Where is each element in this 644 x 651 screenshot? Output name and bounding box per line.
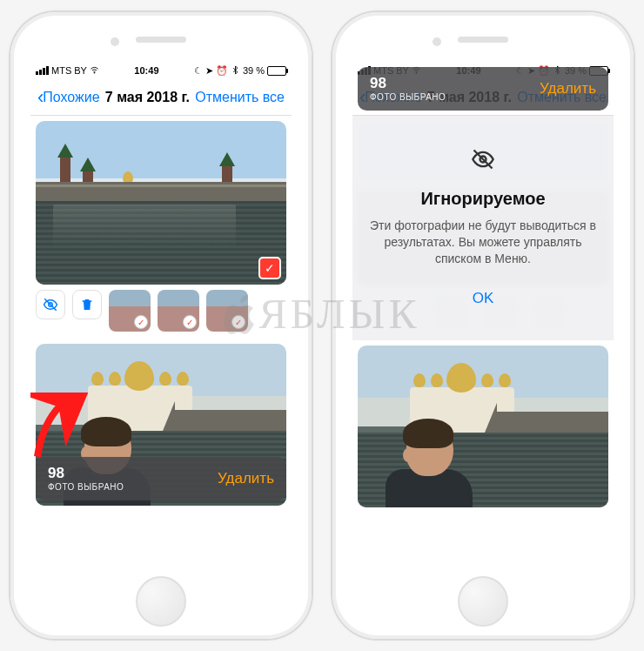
ignore-button[interactable] [36, 290, 65, 319]
dnd-moon-icon: ☾ [194, 65, 203, 77]
back-button[interactable]: ‹ Похожие [37, 88, 100, 107]
phone-right: MTS BY 10:49 ☾ ➤ ⏰ 39 % [322, 0, 644, 651]
trash-button[interactable] [72, 290, 102, 319]
back-label: Похожие [43, 90, 99, 105]
device-frame: MTS BY 10:49 ☾ ➤ ⏰ 39 % [10, 12, 312, 639]
status-bar: MTS BY 10:49 ☾ ➤ ⏰ 39 % [30, 62, 292, 79]
selected-count: 98 [370, 75, 446, 92]
phone-left: MTS BY 10:49 ☾ ➤ ⏰ 39 % [0, 0, 322, 651]
trash-icon [80, 298, 94, 312]
battery-icon [267, 66, 286, 76]
content: ✓ [30, 121, 292, 506]
speaker [458, 37, 508, 43]
signal-icon [36, 66, 49, 75]
home-button[interactable] [458, 576, 508, 627]
delete-button[interactable]: Удалить [218, 470, 274, 487]
front-camera [433, 37, 441, 46]
ignore-alert: Игнорируемое Эти фотографии не будут выв… [352, 116, 614, 340]
svg-point-0 [94, 72, 95, 73]
next-photo-large[interactable] [358, 346, 608, 507]
page-title: 7 мая 2018 г. [105, 90, 190, 105]
location-icon: ➤ [205, 65, 213, 77]
speaker [136, 37, 186, 43]
alert-ok-button[interactable]: OK [455, 283, 512, 314]
thumb-3[interactable]: ✓ [206, 290, 248, 332]
selection-footer: 98 ФОТО ВЫБРАНО Удалить [358, 67, 608, 111]
check-icon: ✓ [134, 315, 148, 329]
thumbnail-row: ✓ ✓ ✓ [36, 290, 286, 339]
selected-label: ФОТО ВЫБРАНО [370, 92, 446, 103]
selected-check-icon: ✓ [258, 257, 281, 279]
bluetooth-icon [231, 65, 240, 77]
nav-bar: ‹ Похожие 7 мая 2018 г. Отменить все [30, 79, 292, 116]
wifi-icon [90, 65, 99, 77]
battery-pct: 39 % [243, 65, 265, 76]
selected-label: ФОТО ВЫБРАНО [48, 482, 124, 493]
screen: MTS BY 10:49 ☾ ➤ ⏰ 39 % [352, 62, 614, 532]
cancel-all-button[interactable]: Отменить все [195, 90, 285, 105]
carrier-label: MTS BY [51, 65, 87, 76]
selection-footer: 98 ФОТО ВЫБРАНО Удалить [36, 457, 286, 500]
alarm-icon: ⏰ [216, 65, 228, 77]
front-camera [111, 37, 119, 46]
thumb-1[interactable]: ✓ [109, 290, 151, 332]
status-time: 10:49 [134, 65, 158, 76]
selected-photo-large[interactable]: ✓ [36, 121, 286, 285]
check-icon: ✓ [231, 315, 245, 329]
selected-count: 98 [48, 465, 124, 482]
device-frame: MTS BY 10:49 ☾ ➤ ⏰ 39 % [332, 12, 634, 639]
screen: MTS BY 10:49 ☾ ➤ ⏰ 39 % [30, 62, 292, 532]
hide-icon [43, 297, 58, 312]
delete-button[interactable]: Удалить [540, 80, 596, 97]
home-button[interactable] [136, 576, 186, 627]
alert-title: Игнорируемое [420, 189, 545, 209]
check-icon: ✓ [183, 315, 197, 329]
alert-body: Эти фотографии не будут выводиться в рез… [370, 218, 596, 267]
hide-icon [466, 142, 500, 177]
thumb-2[interactable]: ✓ [158, 290, 199, 332]
